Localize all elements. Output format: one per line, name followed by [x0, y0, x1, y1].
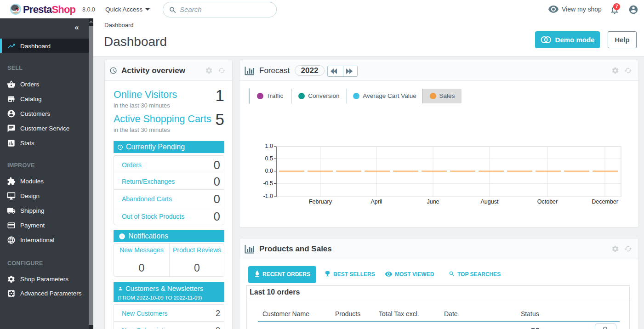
svg-text:-1.0: -1.0 [263, 193, 273, 199]
svg-text:June: June [427, 199, 439, 205]
svg-text:1.0: 1.0 [265, 143, 273, 149]
svg-text:0.0: 0.0 [265, 168, 273, 174]
svg-text:-0.5: -0.5 [263, 180, 273, 187]
svg-text:0.5: 0.5 [265, 155, 273, 162]
svg-text:February: February [309, 199, 332, 205]
svg-text:October: October [537, 199, 558, 205]
svg-text:August: August [481, 199, 499, 205]
svg-text:December: December [592, 199, 618, 205]
svg-text:April: April [370, 199, 382, 205]
